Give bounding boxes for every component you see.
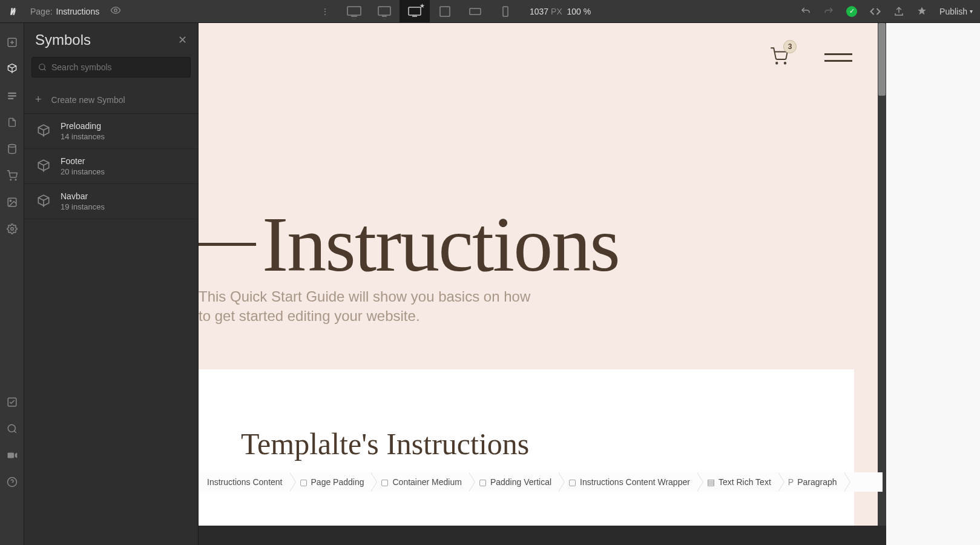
crumb-instructions-content[interactable]: Instructions Content [199, 472, 291, 492]
symbol-item-navbar[interactable]: Navbar 19 instances [24, 184, 198, 219]
div-icon: ▢ [381, 477, 389, 487]
settings-icon[interactable] [0, 217, 24, 241]
svg-line-24 [14, 431, 16, 432]
navigator-icon[interactable] [0, 84, 24, 108]
svg-point-20 [10, 200, 11, 201]
search-icon [38, 63, 47, 71]
svg-point-23 [8, 424, 15, 432]
richtext-icon: ▤ [707, 477, 715, 487]
svg-rect-3 [378, 7, 390, 15]
cart-count-badge: 3 [783, 40, 797, 53]
svg-line-30 [44, 69, 46, 71]
breakpoint-mobile-landscape[interactable] [460, 0, 490, 23]
content-section: Templalte's Instructions [199, 369, 854, 526]
webflow-logo-icon[interactable] [7, 5, 19, 18]
svg-point-32 [784, 62, 786, 64]
canvas[interactable]: 3 Instructions This Quick Start Guide wi… [199, 23, 883, 526]
assets-icon[interactable] [0, 190, 24, 214]
svg-point-21 [10, 228, 13, 231]
crumb-rich-text[interactable]: ▤Text Rich Text [699, 472, 780, 492]
svg-point-18 [15, 179, 16, 180]
svg-marker-26 [15, 453, 17, 458]
svg-rect-7 [440, 7, 450, 16]
hero-subtitle[interactable]: This Quick Start Guide will show you bas… [199, 287, 531, 326]
crumb-paragraph[interactable]: PParagraph [780, 472, 846, 492]
panel-title: Symbols [35, 31, 91, 48]
paragraph-icon: P [788, 477, 794, 487]
svg-rect-5 [409, 7, 421, 15]
svg-rect-25 [7, 453, 14, 458]
publish-button[interactable]: Publish ▾ [939, 7, 973, 16]
video-icon[interactable] [0, 443, 24, 467]
breakpoint-lg[interactable]: ·· [369, 0, 400, 23]
help-icon[interactable] [0, 470, 24, 494]
symbols-icon[interactable] [0, 57, 24, 81]
left-icon-rail [0, 23, 24, 545]
top-right-actions: ✓ Publish ▾ [800, 5, 973, 18]
svg-point-0 [114, 9, 117, 12]
breakpoint-tablet[interactable] [430, 0, 460, 23]
hero-title: Instructions [199, 199, 619, 289]
page-nav: 3 [770, 47, 852, 68]
svg-rect-8 [470, 8, 481, 15]
device-breakpoints: ··· ·· ★ [339, 0, 521, 22]
create-symbol-button[interactable]: + Create new Symbol [24, 86, 198, 114]
crumb-padding-vertical[interactable]: ▢Padding Vertical [470, 472, 560, 492]
cart-button[interactable]: 3 [770, 47, 788, 68]
plus-icon: + [35, 93, 42, 106]
svg-rect-14 [8, 95, 16, 96]
canvas-wrapper: 3 Instructions This Quick Start Guide wi… [199, 23, 883, 526]
right-style-panel[interactable] [886, 23, 980, 545]
symbol-search-input[interactable] [31, 57, 191, 78]
export-icon[interactable] [893, 6, 904, 17]
svg-point-17 [10, 179, 12, 180]
pages-icon[interactable] [0, 110, 24, 134]
audit-check-icon[interactable] [0, 390, 24, 414]
breakpoint-desktop[interactable]: ★ [400, 0, 430, 23]
top-toolbar: Page: Instructions ⋮ ··· ·· ★ 1037 PX 10… [0, 0, 980, 23]
crumb-page-padding[interactable]: ▢Page Padding [291, 472, 373, 492]
more-icon[interactable]: ⋮ [321, 7, 329, 16]
svg-point-16 [8, 145, 16, 148]
undo-icon[interactable] [800, 6, 811, 17]
add-element-icon[interactable] [0, 30, 24, 54]
crumb-container-medium[interactable]: ▢Container Medium [372, 472, 470, 492]
cube-icon [35, 193, 52, 210]
audit-icon[interactable] [916, 6, 927, 17]
svg-rect-13 [8, 93, 16, 94]
svg-rect-15 [8, 98, 13, 99]
section-title[interactable]: Templalte's Instructions [241, 426, 529, 461]
symbol-item-footer[interactable]: Footer 20 instances [24, 149, 198, 184]
crumb-content-wrapper[interactable]: ▢Instructions Content Wrapper [560, 472, 699, 492]
search-icon[interactable] [0, 417, 24, 441]
cube-icon [35, 123, 52, 140]
canvas-size[interactable]: 1037 PX 100 % [530, 7, 591, 16]
close-panel-icon[interactable]: ✕ [178, 33, 187, 47]
page-name[interactable]: Instructions [56, 7, 100, 16]
canvas-scrollbar[interactable] [878, 23, 886, 526]
svg-rect-9 [503, 7, 508, 16]
symbols-panel: Symbols ✕ + Create new Symbol Preloading… [24, 23, 199, 545]
div-icon: ▢ [568, 477, 576, 487]
div-icon: ▢ [300, 477, 307, 487]
menu-icon[interactable] [824, 53, 852, 62]
symbol-item-preloading[interactable]: Preloading 14 instances [24, 114, 198, 149]
cms-icon[interactable] [0, 137, 24, 161]
svg-point-31 [776, 62, 778, 64]
svg-point-29 [39, 64, 45, 70]
element-breadcrumb: Instructions Content ▢Page Padding ▢Cont… [199, 472, 883, 492]
ecommerce-icon[interactable] [0, 164, 24, 188]
redo-icon[interactable] [823, 6, 834, 17]
breakpoint-mobile-portrait[interactable] [490, 0, 521, 23]
div-icon: ▢ [479, 477, 487, 487]
cube-icon [35, 158, 52, 175]
breakpoint-xl[interactable]: ··· [339, 0, 369, 23]
status-check-icon[interactable]: ✓ [846, 6, 857, 17]
svg-rect-1 [347, 7, 361, 15]
title-dash [199, 243, 256, 246]
code-icon[interactable] [869, 5, 881, 18]
preview-icon[interactable] [110, 5, 121, 18]
scroll-thumb[interactable] [878, 23, 886, 96]
